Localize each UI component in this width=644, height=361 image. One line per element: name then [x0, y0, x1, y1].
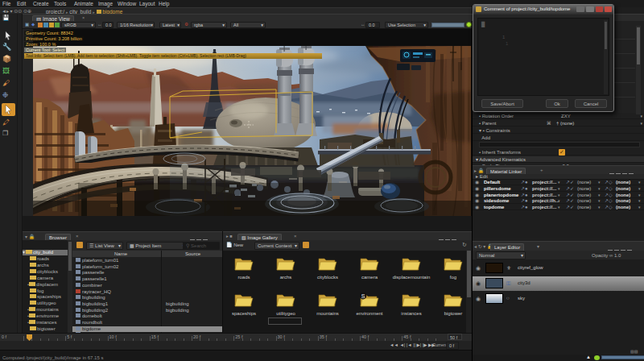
- svg-text:S: S: [361, 293, 365, 299]
